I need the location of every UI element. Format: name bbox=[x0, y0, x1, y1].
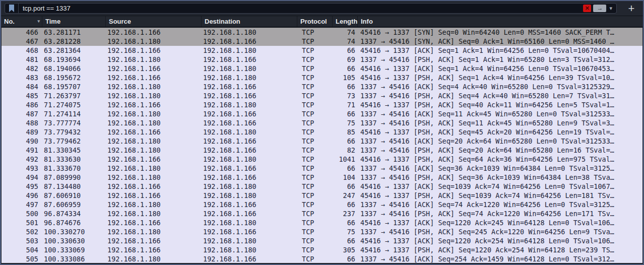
cell-info: 1337 → 45416 [SYN, ACK] Seq=0 Ack=1 Win=… bbox=[358, 37, 642, 46]
add-filter-button-plus-icon[interactable]: + bbox=[626, 3, 637, 14]
packet-row[interactable]: 467 63.281228 192.168.1.180 192.168.1.16… bbox=[2, 37, 642, 46]
cell-time: 81.330345 bbox=[42, 146, 106, 155]
cell-length: 1041 bbox=[333, 155, 358, 164]
packet-row[interactable]: 487 71.274114 192.168.1.180 192.168.1.16… bbox=[2, 109, 642, 118]
column-header-time[interactable]: Time bbox=[42, 16, 106, 27]
cell-protocol: TCP bbox=[297, 118, 333, 127]
cell-destination: 192.168.1.166 bbox=[202, 164, 297, 173]
column-label: Protocol bbox=[300, 16, 327, 27]
cell-protocol: TCP bbox=[297, 236, 333, 245]
cell-no: 503 bbox=[2, 236, 42, 245]
packet-row[interactable]: 483 68.195672 192.168.1.166 192.168.1.18… bbox=[2, 73, 642, 82]
cell-info: 45416 → 1337 [PSH, ACK] Seq=45 Ack=20 Wi… bbox=[358, 127, 642, 137]
cell-length: 71 bbox=[333, 100, 358, 109]
cell-time: 100.333086 bbox=[42, 254, 106, 263]
cell-info: 45416 → 1337 [SYN] Seq=0 Win=64240 Len=0… bbox=[358, 28, 642, 37]
cell-info: 1337 → 45416 [ACK] Seq=4 Ack=40 Win=6528… bbox=[358, 82, 642, 91]
cell-protocol: TCP bbox=[297, 173, 333, 182]
packet-row[interactable]: 494 87.089990 192.168.1.180 192.168.1.16… bbox=[2, 173, 642, 182]
packet-row[interactable]: 488 73.777774 192.168.1.180 192.168.1.16… bbox=[2, 118, 642, 127]
cell-source: 192.168.1.180 bbox=[106, 37, 202, 46]
column-header-info[interactable]: Info bbox=[358, 16, 643, 27]
filter-bookmark-button[interactable] bbox=[5, 4, 19, 13]
cell-no: 490 bbox=[2, 137, 42, 146]
packet-row[interactable]: 490 73.779462 192.168.1.180 192.168.1.16… bbox=[2, 137, 642, 146]
cell-protocol: TCP bbox=[297, 182, 333, 191]
packet-row[interactable]: 505 100.333086 192.168.1.180 192.168.1.1… bbox=[2, 254, 642, 263]
cell-no: 467 bbox=[2, 37, 42, 46]
packet-row[interactable]: 468 63.281364 192.168.1.166 192.168.1.18… bbox=[2, 46, 642, 55]
cell-destination: 192.168.1.180 bbox=[202, 28, 297, 37]
cell-protocol: TCP bbox=[297, 91, 333, 100]
cell-length: 75 bbox=[333, 227, 358, 236]
cell-info: 1337 → 45416 [PSH, ACK] Seq=245 Ack=1220… bbox=[358, 227, 642, 236]
packet-row[interactable]: 486 71.274075 192.168.1.166 192.168.1.18… bbox=[2, 100, 642, 109]
cell-source: 192.168.1.180 bbox=[106, 82, 202, 91]
packet-row[interactable]: 495 87.134480 192.168.1.166 192.168.1.18… bbox=[2, 182, 642, 191]
column-header-destination[interactable]: Destination bbox=[202, 16, 297, 27]
packet-row[interactable]: 501 96.874676 192.168.1.166 192.168.1.18… bbox=[2, 218, 642, 227]
cell-no: 494 bbox=[2, 173, 42, 182]
cell-length: 104 bbox=[333, 173, 358, 182]
cell-destination: 192.168.1.180 bbox=[202, 100, 297, 109]
cell-destination: 192.168.1.166 bbox=[202, 118, 297, 127]
cell-length: 237 bbox=[333, 209, 358, 218]
packet-row[interactable]: 496 87.606910 192.168.1.166 192.168.1.18… bbox=[2, 191, 642, 200]
clear-filter-button[interactable]: ✕ bbox=[583, 5, 591, 12]
packet-row[interactable]: 504 100.333069 192.168.1.166 192.168.1.1… bbox=[2, 245, 642, 254]
display-filter-input[interactable] bbox=[19, 4, 583, 13]
cell-destination: 192.168.1.180 bbox=[202, 73, 297, 82]
packet-row[interactable]: 491 81.330345 192.168.1.180 192.168.1.16… bbox=[2, 146, 642, 155]
cell-info: 45416 → 1337 [ACK] Seq=1039 Ack=74 Win=6… bbox=[358, 182, 642, 191]
cell-time: 87.606959 bbox=[42, 200, 106, 209]
cell-length: 105 bbox=[333, 73, 358, 82]
cell-destination: 192.168.1.180 bbox=[202, 64, 297, 73]
cell-no: 481 bbox=[2, 55, 42, 64]
packet-row[interactable]: 497 87.606959 192.168.1.180 192.168.1.16… bbox=[2, 200, 642, 209]
apply-filter-button[interactable]: → bbox=[593, 5, 606, 12]
cell-destination: 192.168.1.180 bbox=[202, 236, 297, 245]
cell-time: 96.874334 bbox=[42, 209, 106, 218]
column-header-source[interactable]: Source bbox=[106, 16, 202, 27]
packet-row[interactable]: 485 71.263797 192.168.1.180 192.168.1.16… bbox=[2, 91, 642, 100]
cell-info: 1337 → 45416 [PSH, ACK] Seq=11 Ack=45 Wi… bbox=[358, 118, 642, 127]
packet-row[interactable]: 466 63.281171 192.168.1.166 192.168.1.18… bbox=[2, 28, 642, 37]
sort-indicator-icon: ▾ bbox=[37, 16, 40, 27]
cell-protocol: TCP bbox=[297, 64, 333, 73]
cell-destination: 192.168.1.166 bbox=[202, 109, 297, 118]
packet-row[interactable]: 500 96.874334 192.168.1.180 192.168.1.16… bbox=[2, 209, 642, 218]
packet-row[interactable]: 489 73.779432 192.168.1.166 192.168.1.18… bbox=[2, 127, 642, 137]
packet-row[interactable]: 502 100.330270 192.168.1.180 192.168.1.1… bbox=[2, 227, 642, 236]
cell-time: 63.281171 bbox=[42, 28, 106, 37]
cell-protocol: TCP bbox=[297, 82, 333, 91]
cell-protocol: TCP bbox=[297, 155, 333, 164]
cell-length: 74 bbox=[333, 37, 358, 46]
cell-protocol: TCP bbox=[297, 109, 333, 118]
column-header-protocol[interactable]: Protocol bbox=[297, 16, 333, 27]
cell-no: 505 bbox=[2, 254, 42, 263]
packet-row[interactable]: 484 68.195707 192.168.1.180 192.168.1.16… bbox=[2, 82, 642, 91]
column-header-length[interactable]: Length bbox=[333, 16, 358, 27]
cell-protocol: TCP bbox=[297, 127, 333, 137]
cell-destination: 192.168.1.166 bbox=[202, 137, 297, 146]
cell-destination: 192.168.1.166 bbox=[202, 91, 297, 100]
packet-row[interactable]: 503 100.330630 192.168.1.166 192.168.1.1… bbox=[2, 236, 642, 245]
cell-source: 192.168.1.180 bbox=[106, 164, 202, 173]
cell-source: 192.168.1.166 bbox=[106, 218, 202, 227]
cell-time: 68.195672 bbox=[42, 73, 106, 82]
cell-protocol: TCP bbox=[297, 28, 333, 37]
packet-row[interactable]: 492 81.333630 192.168.1.166 192.168.1.18… bbox=[2, 155, 642, 164]
cell-destination: 192.168.1.180 bbox=[202, 182, 297, 191]
cell-no: 485 bbox=[2, 91, 42, 100]
packet-row[interactable]: 481 68.193694 192.168.1.180 192.168.1.16… bbox=[2, 55, 642, 64]
cell-source: 192.168.1.180 bbox=[106, 137, 202, 146]
cell-info: 1337 → 45416 [ACK] Seq=20 Ack=64 Win=652… bbox=[358, 137, 642, 146]
column-header-no[interactable]: No. ▾ bbox=[1, 16, 42, 27]
cell-source: 192.168.1.166 bbox=[106, 155, 202, 164]
filter-dropdown-chevron-icon[interactable]: ▾ bbox=[609, 5, 612, 12]
packet-row[interactable]: 482 68.194066 192.168.1.166 192.168.1.18… bbox=[2, 64, 642, 73]
cell-source: 192.168.1.166 bbox=[106, 64, 202, 73]
cell-time: 100.330630 bbox=[42, 236, 106, 245]
cell-no: 487 bbox=[2, 109, 42, 118]
packet-row[interactable]: 493 81.333670 192.168.1.180 192.168.1.16… bbox=[2, 164, 642, 173]
